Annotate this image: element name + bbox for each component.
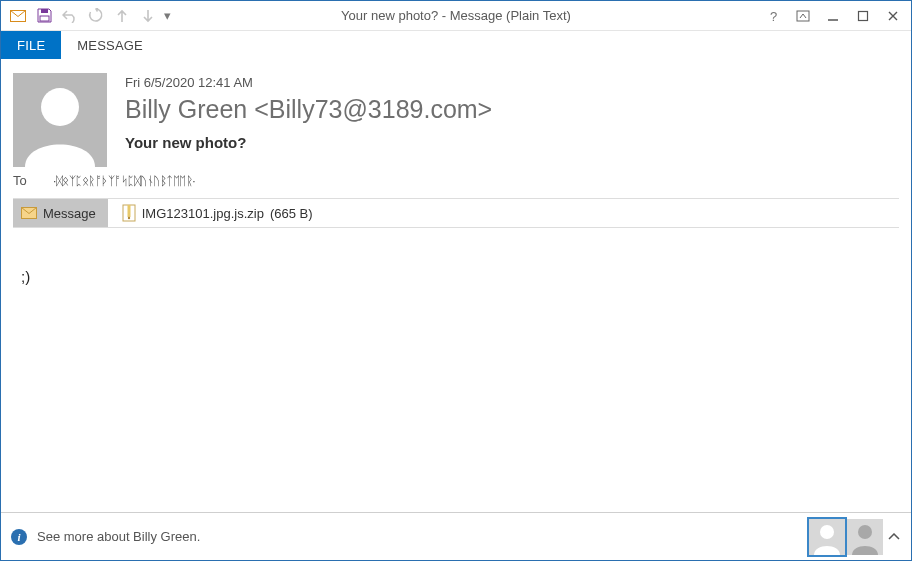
help-icon[interactable]: ? xyxy=(759,5,787,27)
undo-icon[interactable] xyxy=(59,5,81,27)
message-from: Billy Green <Billy73@3189.com> xyxy=(125,94,492,124)
quick-access-toolbar: ▾ xyxy=(1,5,171,27)
message-header: Fri 6/5/2020 12:41 AM Billy Green <Billy… xyxy=(13,73,899,167)
qat-customize-icon[interactable]: ▾ xyxy=(163,5,171,27)
svg-rect-4 xyxy=(797,11,809,21)
sender-avatar xyxy=(13,73,107,167)
maximize-icon[interactable] xyxy=(849,5,877,27)
message-date: Fri 6/5/2020 12:41 AM xyxy=(125,75,492,90)
redo-icon[interactable] xyxy=(85,5,107,27)
message-body: ;) xyxy=(13,228,899,512)
save-icon[interactable] xyxy=(33,5,55,27)
to-label: To xyxy=(13,173,33,188)
message-meta: Fri 6/5/2020 12:41 AM Billy Green <Billy… xyxy=(125,73,492,151)
contact-avatar-1[interactable] xyxy=(809,519,845,555)
ribbon-tabs: FILE MESSAGE xyxy=(1,31,911,59)
svg-rect-1 xyxy=(41,9,48,13)
attachment-size: (665 B) xyxy=(270,206,313,221)
attachment-item[interactable]: IMG123101.jpg.js.zip (665 B) xyxy=(108,199,313,227)
attachment-bar: Message IMG123101.jpg.js.zip (665 B) xyxy=(13,198,899,228)
svg-rect-10 xyxy=(127,205,130,217)
svg-point-7 xyxy=(41,88,79,126)
previous-item-icon[interactable] xyxy=(111,5,133,27)
people-pane-right xyxy=(809,519,903,555)
window-controls: ? xyxy=(759,5,907,27)
message-tab-button[interactable]: Message xyxy=(13,199,108,227)
tab-file[interactable]: FILE xyxy=(1,31,61,59)
people-pane-expand-icon[interactable] xyxy=(885,519,903,555)
svg-text:?: ? xyxy=(770,10,777,22)
svg-point-13 xyxy=(858,525,872,539)
info-icon: i xyxy=(11,529,27,545)
message-content: Fri 6/5/2020 12:41 AM Billy Green <Billy… xyxy=(1,59,911,512)
envelope-icon xyxy=(21,207,37,219)
ribbon-toggle-icon[interactable] xyxy=(789,5,817,27)
window-title: Your new photo? - Message (Plain Text) xyxy=(341,8,571,23)
svg-point-11 xyxy=(128,217,130,219)
people-pane: i See more about Billy Green. xyxy=(1,512,911,560)
people-pane-text[interactable]: See more about Billy Green. xyxy=(37,529,200,544)
svg-point-12 xyxy=(820,525,834,539)
title-bar: ▾ Your new photo? - Message (Plain Text)… xyxy=(1,1,911,31)
next-item-icon[interactable] xyxy=(137,5,159,27)
message-subject: Your new photo? xyxy=(125,134,492,151)
zip-file-icon xyxy=(122,204,136,222)
to-value: ·ᛞᛟᛉᛈᛟᚱᚩᚦᛉᚩᛋᛈᛞᚢᚾᚢᛒᛏᛖᛖᚱ· xyxy=(53,174,195,188)
attachment-filename: IMG123101.jpg.js.zip xyxy=(142,206,264,221)
recipients-row: To ·ᛞᛟᛉᛈᛟᚱᚩᚦᛉᚩᛋᛈᛞᚢᚾᚢᛒᛏᛖᛖᚱ· xyxy=(13,169,899,198)
minimize-icon[interactable] xyxy=(819,5,847,27)
mail-icon[interactable] xyxy=(7,5,29,27)
tab-message[interactable]: MESSAGE xyxy=(61,31,159,59)
svg-rect-6 xyxy=(859,11,868,20)
contact-avatar-2[interactable] xyxy=(847,519,883,555)
message-tab-label: Message xyxy=(43,206,96,221)
close-icon[interactable] xyxy=(879,5,907,27)
